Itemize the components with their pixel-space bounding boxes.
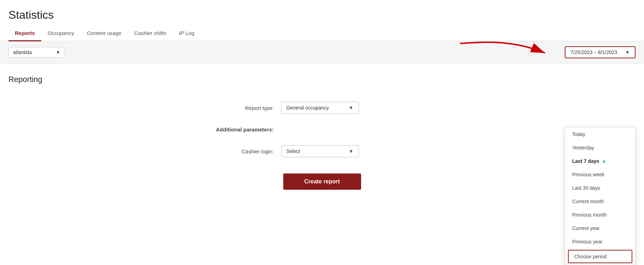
tab-content-usage[interactable]: Content usage xyxy=(81,26,128,41)
date-range-chevron-icon: ▼ xyxy=(625,49,630,55)
report-type-select[interactable]: General occupancy ▼ xyxy=(281,102,359,114)
dropdown-item-current-year[interactable]: Current year xyxy=(565,222,635,235)
date-range-button[interactable]: 7/25/2023 – 8/1/2023 ▼ xyxy=(565,46,636,58)
tab-ip-log[interactable]: IP Log xyxy=(173,26,201,41)
create-report-button[interactable]: Create report xyxy=(283,173,361,190)
dropdown-item-choose-period[interactable]: Choose period xyxy=(568,250,632,263)
section-title: Reporting xyxy=(8,75,636,84)
tab-cashier-shifts[interactable]: Cashier shifts xyxy=(128,26,173,41)
dropdown-item-current-month[interactable]: Current month xyxy=(565,195,635,208)
toolbar: atlantida ▼ 7/25/2023 – 8/1/2023 ▼ xyxy=(0,41,644,64)
report-type-chevron-icon: ▼ xyxy=(349,105,354,111)
tab-reports[interactable]: Reports xyxy=(8,26,41,41)
location-select[interactable]: atlantida ▼ xyxy=(8,47,65,58)
report-type-value: General occupancy xyxy=(286,105,329,111)
dropdown-item-today[interactable]: Today xyxy=(565,128,635,141)
cashier-login-value: Select xyxy=(286,148,300,154)
dropdown-item-previous-month[interactable]: Previous month xyxy=(565,208,635,222)
additional-params-row: Additional parameters: xyxy=(216,126,428,132)
cashier-login-label: Cashier login xyxy=(216,148,273,154)
location-value: atlantida xyxy=(13,49,32,55)
dropdown-item-last-7-days[interactable]: Last 7 days ■ xyxy=(565,154,635,168)
date-range-value: 7/25/2023 – 8/1/2023 xyxy=(570,49,617,55)
page-wrapper: Statistics Reports Occupancy Content usa… xyxy=(0,0,644,265)
tab-occupancy[interactable]: Occupancy xyxy=(41,26,81,41)
dropdown-item-previous-year[interactable]: Previous year xyxy=(565,235,635,248)
dropdown-item-previous-week[interactable]: Previous week xyxy=(565,168,635,181)
dropdown-item-last-30-days[interactable]: Last 30 days xyxy=(565,181,635,195)
cashier-login-row: Cashier login Select ▼ xyxy=(216,145,428,157)
location-chevron-icon: ▼ xyxy=(56,49,60,55)
cashier-login-chevron-icon: ▼ xyxy=(349,148,354,154)
check-icon: ■ xyxy=(603,159,605,164)
page-title: Statistics xyxy=(0,0,644,26)
content-area: Reporting Report type General occupancy … xyxy=(0,64,644,240)
cashier-login-select[interactable]: Select ▼ xyxy=(281,145,359,157)
tabs-bar: Reports Occupancy Content usage Cashier … xyxy=(0,26,644,41)
additional-params-label: Additional parameters: xyxy=(216,126,274,132)
date-dropdown: Today Yesterday Last 7 days ■ Previous w… xyxy=(565,127,636,265)
dropdown-item-yesterday[interactable]: Yesterday xyxy=(565,141,635,154)
report-type-row: Report type General occupancy ▼ xyxy=(216,102,428,114)
form-area: Report type General occupancy ▼ Addition… xyxy=(8,98,636,190)
report-type-label: Report type xyxy=(216,105,273,111)
